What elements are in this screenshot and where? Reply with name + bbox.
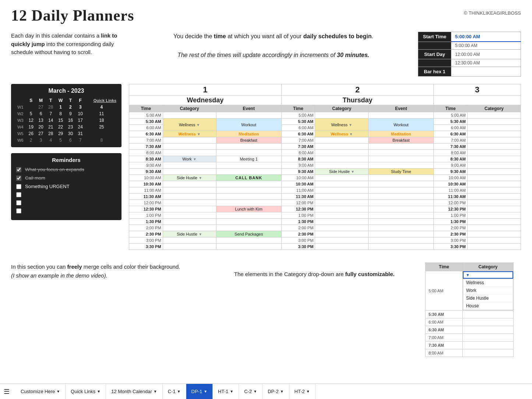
day1-cat-cell[interactable]: Wellness ▼ bbox=[163, 119, 216, 131]
cal-day[interactable]: 7 bbox=[75, 137, 85, 144]
day1-event-cell[interactable]: Workout bbox=[216, 119, 281, 131]
dropdown-option-wellness[interactable]: Wellness bbox=[463, 279, 513, 287]
reminder-checkbox[interactable] bbox=[16, 176, 21, 181]
cal-day[interactable]: 2 bbox=[66, 104, 75, 110]
cal-day[interactable]: 28 bbox=[46, 104, 56, 110]
week-label: W3 bbox=[15, 117, 26, 124]
cal-day[interactable]: 2 bbox=[26, 137, 36, 144]
cal-day[interactable]: 5 bbox=[56, 137, 66, 144]
cal-day[interactable]: 8 bbox=[56, 110, 66, 117]
start-day-option-2[interactable]: 12:30:00 AM bbox=[451, 59, 521, 67]
cal-day[interactable]: 21 bbox=[46, 124, 56, 130]
nav-ht2[interactable]: HT-2 ▼ bbox=[289, 384, 316, 399]
cal-day[interactable]: 25 bbox=[85, 124, 118, 130]
cal-day[interactable]: 12 bbox=[26, 117, 36, 124]
nav-customize-here[interactable]: Customize Here ▼ bbox=[15, 384, 66, 399]
reminder-checkbox[interactable] bbox=[16, 167, 21, 172]
cal-day[interactable]: 23 bbox=[66, 124, 75, 130]
nav-12-month-calendar[interactable]: 12 Month Calendar ▼ bbox=[106, 384, 162, 399]
day3-time-cell: 7:30 AM bbox=[434, 144, 468, 150]
day1-event-cell[interactable]: Breakfast bbox=[216, 137, 281, 144]
reminder-checkbox[interactable] bbox=[16, 184, 21, 189]
cal-day[interactable]: 5 bbox=[26, 110, 36, 117]
day1-event-cell[interactable]: Send Packages bbox=[216, 231, 281, 237]
cal-day[interactable]: 9 bbox=[66, 110, 75, 117]
hamburger-icon[interactable]: ☰ bbox=[4, 388, 10, 396]
day1-event-cell[interactable]: Meditation bbox=[216, 131, 281, 137]
start-day-row: Start Day 12:00:00 AM bbox=[418, 50, 521, 59]
bar-hex-label: Bar hex 1 bbox=[418, 67, 451, 77]
cal-day[interactable]: 19 bbox=[26, 124, 36, 130]
day1-cat-cell[interactable]: Wellness ▼ bbox=[163, 131, 216, 137]
cal-day[interactable]: 8 bbox=[85, 137, 118, 144]
cal-day[interactable]: 31 bbox=[75, 130, 85, 137]
day1-time-cell: 1:30 PM bbox=[129, 219, 163, 225]
day2-cat-cell[interactable]: Wellness ▼ bbox=[315, 131, 369, 137]
nav-dp1[interactable]: DP-1 ▼ bbox=[186, 384, 213, 399]
day2-event-cell[interactable]: Study Time bbox=[369, 169, 434, 175]
cal-day[interactable]: 7 bbox=[46, 110, 56, 117]
cal-day[interactable]: 30 bbox=[66, 130, 75, 137]
dropdown-option-house[interactable]: House bbox=[463, 302, 513, 310]
cal-day[interactable]: 16 bbox=[66, 117, 75, 124]
day3-cat-cell bbox=[467, 175, 521, 181]
cal-day[interactable]: 15 bbox=[56, 117, 66, 124]
day2-cat-cell[interactable]: Side Hustle ▼ bbox=[315, 169, 369, 175]
cal-day[interactable]: 11 bbox=[85, 110, 118, 117]
reminder-checkbox[interactable] bbox=[16, 200, 21, 205]
day2-event-cell[interactable]: Meditation bbox=[369, 131, 434, 137]
dropdown-option-work[interactable]: Work bbox=[463, 287, 513, 294]
day2-cat-cell[interactable]: Wellness ▼ bbox=[315, 119, 369, 131]
day3-cat-cell bbox=[467, 119, 521, 125]
dp-open-dropdown[interactable]: ▼ Wellness Work Side Hustle House bbox=[462, 271, 513, 311]
cal-day[interactable]: 3 bbox=[75, 104, 85, 110]
day2-event-cell bbox=[369, 231, 434, 237]
annotation-left: In this section you can freely merge cel… bbox=[11, 262, 204, 280]
cal-day[interactable]: 10 bbox=[75, 110, 85, 117]
day1-time-cell: 3:30 PM bbox=[129, 244, 163, 250]
cal-day[interactable]: 29 bbox=[56, 130, 66, 137]
cal-day[interactable]: 20 bbox=[36, 124, 46, 130]
day1-cat-cell[interactable]: Side Hustle ▼ bbox=[163, 231, 216, 237]
dropdown-option-side-hustle[interactable]: Side Hustle bbox=[463, 294, 513, 302]
cal-day[interactable]: 27 bbox=[36, 130, 46, 137]
nav-quick-links[interactable]: Quick Links ▼ bbox=[66, 384, 106, 399]
day1-cat-cell[interactable]: Work ▼ bbox=[163, 156, 216, 162]
cal-day[interactable]: 6 bbox=[36, 110, 46, 117]
cal-day[interactable]: 24 bbox=[75, 124, 85, 130]
cal-day[interactable]: 22 bbox=[56, 124, 66, 130]
cal-day[interactable]: 3 bbox=[36, 137, 46, 144]
nav-dp2[interactable]: DP-2 ▼ bbox=[263, 384, 289, 399]
cal-day[interactable]: 14 bbox=[46, 117, 56, 124]
start-time-option-1[interactable]: 5:00:00 AM bbox=[451, 42, 521, 50]
start-day-option-1[interactable]: 12:00:00 AM bbox=[451, 50, 521, 59]
cal-day[interactable]: 26 bbox=[26, 130, 36, 137]
reminder-checkbox[interactable] bbox=[16, 208, 21, 213]
quick-links-btn[interactable]: Quick Links bbox=[94, 98, 116, 103]
cal-day[interactable]: 1 bbox=[56, 104, 66, 110]
cal-day[interactable]: 17 bbox=[75, 117, 85, 124]
day2-event-cell[interactable]: Breakfast bbox=[369, 137, 434, 144]
day2-event-cell[interactable]: Workout bbox=[369, 119, 434, 131]
nav-c1[interactable]: C-1 ▼ bbox=[163, 384, 186, 399]
bar-hex-value[interactable] bbox=[451, 67, 521, 77]
nav-ht1[interactable]: HT-1 ▼ bbox=[213, 384, 239, 399]
day1-event-cell[interactable]: Meeting 1 bbox=[216, 156, 281, 162]
cal-day[interactable]: 4 bbox=[85, 104, 118, 110]
day1-cat-cell[interactable]: Side Hustle ▼ bbox=[163, 175, 216, 181]
reminder-text: Something URGENT bbox=[25, 184, 70, 189]
day1-event-cell[interactable]: CALL BANK bbox=[216, 175, 281, 181]
cal-day[interactable]: 13 bbox=[36, 117, 46, 124]
cal-day[interactable]: 28 bbox=[46, 130, 56, 137]
day3-cat-cell bbox=[467, 219, 521, 225]
reminder-checkbox[interactable] bbox=[16, 192, 21, 197]
day1-time-cell: 1:00 PM bbox=[129, 212, 163, 219]
nav-c2[interactable]: C-2 ▼ bbox=[239, 384, 263, 399]
cal-day[interactable]: 4 bbox=[46, 137, 56, 144]
cal-day[interactable]: 27 bbox=[36, 104, 46, 110]
cal-day[interactable]: 6 bbox=[66, 137, 75, 144]
start-time-value[interactable]: 5:00:00 AM bbox=[451, 32, 521, 42]
day1-event-cell[interactable]: Lunch with Kim bbox=[216, 206, 281, 212]
day1-event-cell bbox=[216, 144, 281, 150]
cal-day[interactable]: 18 bbox=[85, 117, 118, 124]
